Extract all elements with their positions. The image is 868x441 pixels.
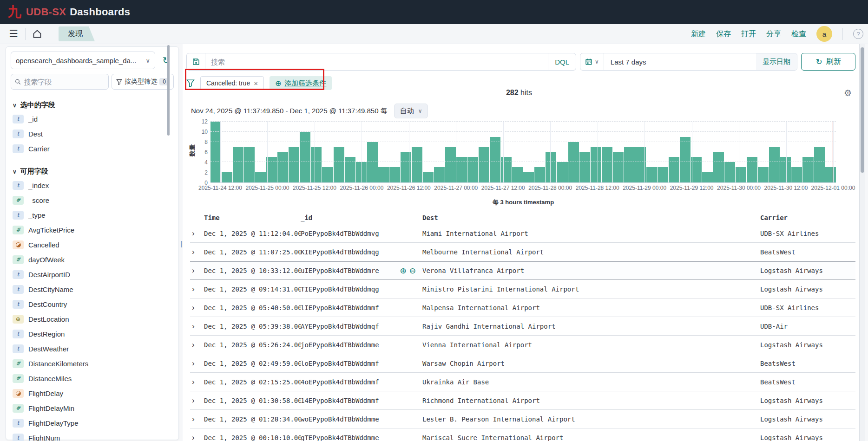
field-item-Carrier[interactable]: tCarrier [11, 141, 174, 156]
filter-by-type-button[interactable]: 按类型筛选 0 [112, 74, 174, 90]
histogram-bar[interactable] [233, 147, 243, 182]
histogram-bar[interactable] [591, 147, 601, 182]
sidebar-scrollbar[interactable] [167, 45, 170, 136]
time-range-value[interactable]: Last 7 days [604, 58, 756, 66]
home-icon[interactable] [30, 27, 44, 41]
histogram-bar[interactable] [490, 137, 500, 182]
table-row[interactable]: ›Dec 1, 2025 @ 00:10:10.000gTEPypoBk4dTB… [190, 428, 855, 441]
field-item-Dest[interactable]: tDest [11, 126, 174, 141]
search-input[interactable] [205, 58, 548, 66]
histogram-bar[interactable] [579, 152, 590, 183]
available-fields-header[interactable]: ∨ 可用字段 [13, 167, 174, 176]
histogram-bar[interactable] [724, 162, 735, 182]
histogram-bar[interactable] [769, 147, 780, 182]
field-item-AvgTicketPrice[interactable]: #AvgTicketPrice [11, 222, 174, 237]
scrollbar-thumb[interactable] [861, 47, 864, 173]
nav-action-open[interactable]: 打开 [741, 29, 756, 39]
histogram-bar[interactable] [669, 157, 679, 182]
field-item-_score[interactable]: #_score [11, 193, 174, 208]
expand-row-icon[interactable]: › [190, 415, 204, 424]
histogram-bar[interactable] [345, 157, 355, 182]
field-item-DestRegion[interactable]: tDestRegion [11, 326, 174, 341]
histogram-bar[interactable] [255, 172, 266, 182]
save-query-icon[interactable] [187, 53, 205, 70]
field-item-dayOfWeek[interactable]: #dayOfWeek [11, 252, 174, 267]
expand-row-icon[interactable]: › [190, 247, 204, 257]
histogram-bar[interactable] [758, 167, 769, 182]
field-item-_index[interactable]: t_index [11, 178, 174, 193]
histogram-bar[interactable] [356, 162, 367, 182]
window-scrollbar[interactable] [859, 44, 865, 441]
field-item-FlightDelay[interactable]: FlightDelay [11, 386, 174, 401]
gear-icon[interactable]: ⚙ [844, 88, 852, 98]
field-item-_id[interactable]: t_id [11, 111, 174, 126]
field-item-FlightDelayMin[interactable]: #FlightDelayMin [11, 401, 174, 415]
expand-row-icon[interactable]: › [190, 229, 204, 238]
table-row[interactable]: ›Dec 1, 2025 @ 01:28:34.000woEPypoBk4dTB… [190, 410, 855, 428]
field-item-DistanceMiles[interactable]: #DistanceMiles [11, 371, 174, 386]
histogram-bar[interactable] [658, 167, 668, 182]
table-row[interactable]: ›Dec 1, 2025 @ 05:40:50.000lIEPypoBk4dTB… [190, 298, 855, 317]
expand-row-icon[interactable]: › [190, 433, 204, 441]
histogram-bar[interactable] [557, 162, 567, 182]
histogram-bar[interactable] [322, 167, 333, 182]
field-item-_type[interactable]: t_type [11, 208, 174, 222]
histogram-bar[interactable] [300, 132, 310, 182]
expand-row-icon[interactable]: › [190, 396, 204, 405]
histogram-bar[interactable] [736, 167, 746, 182]
expand-row-icon[interactable]: › [190, 322, 204, 331]
filter-out-value-icon[interactable]: ⊖ [409, 266, 416, 276]
index-pattern-select[interactable]: opensearch_dashboards_sample_da... ∨ [11, 52, 155, 69]
help-icon[interactable]: ? [853, 29, 863, 39]
histogram-bar[interactable] [512, 167, 523, 182]
histogram-bar[interactable] [412, 147, 422, 182]
histogram-bar[interactable] [334, 147, 344, 182]
field-item-DestLocation[interactable]: ⊕DestLocation [11, 311, 174, 326]
query-language-button[interactable]: DQL [548, 53, 576, 70]
table-row[interactable]: ›Dec 1, 2025 @ 02:15:25.0004oEPypoBk4dTB… [190, 373, 855, 391]
histogram-bar[interactable] [501, 157, 512, 182]
selected-fields-header[interactable]: ∨ 选中的字段 [13, 101, 174, 110]
histogram-bar[interactable] [378, 167, 389, 182]
histogram-bar[interactable] [445, 147, 456, 182]
tab-discover[interactable]: 发现 [59, 26, 95, 41]
histogram-bar[interactable] [802, 157, 813, 182]
field-item-DistanceKilometers[interactable]: #DistanceKilometers [11, 356, 174, 371]
remove-filter-icon[interactable]: × [254, 79, 258, 87]
expand-row-icon[interactable]: › [190, 266, 204, 275]
expand-row-icon[interactable]: › [190, 285, 204, 294]
histogram-bar[interactable] [713, 152, 724, 183]
histogram-bar[interactable] [624, 147, 635, 182]
table-row[interactable]: ›Dec 1, 2025 @ 02:49:59.000loEPypoBk4dTB… [190, 354, 855, 373]
filter-for-value-icon[interactable]: ⊕ [400, 266, 407, 276]
histogram-bar[interactable] [680, 137, 690, 182]
column-header-id[interactable]: _id [301, 214, 422, 221]
histogram-bar[interactable] [602, 147, 612, 182]
histogram-bar[interactable] [401, 152, 411, 183]
field-item-DestAirportID[interactable]: tDestAirportID [11, 267, 174, 282]
column-header-Carrier[interactable]: Carrier [760, 214, 855, 221]
histogram-bar[interactable] [311, 147, 322, 182]
histogram-bar[interactable] [814, 147, 825, 182]
table-row[interactable]: ›Dec 1, 2025 @ 05:26:24.000joEPypoBk4dTB… [190, 336, 855, 354]
histogram-bar[interactable] [825, 167, 836, 182]
histogram-bar[interactable] [691, 157, 702, 182]
field-item-DestCityName[interactable]: tDestCityName [11, 282, 174, 297]
histogram-bar[interactable] [222, 172, 232, 182]
field-item-FlightDelayType[interactable]: tFlightDelayType [11, 415, 174, 430]
add-filter-button[interactable]: ⊕ 添加筛选条件 [270, 76, 332, 90]
histogram-bar[interactable] [456, 157, 467, 182]
table-row[interactable]: ›Dec 1, 2025 @ 10:33:12.000uIEPypoBk4dTB… [190, 261, 855, 280]
field-search-input[interactable] [24, 78, 105, 86]
histogram-bar[interactable] [423, 172, 434, 182]
nav-action-save[interactable]: 保存 [716, 29, 731, 39]
table-row[interactable]: ›Dec 1, 2025 @ 11:12:04.000PoEPypoBk4dTB… [190, 224, 855, 243]
refresh-button[interactable]: ↻ 刷新 [801, 53, 855, 71]
table-row[interactable]: ›Dec 1, 2025 @ 05:39:38.000AYEPypoBk4dTB… [190, 317, 855, 336]
histogram-bar[interactable] [747, 157, 757, 182]
histogram-bar[interactable] [210, 122, 221, 182]
nav-action-inspect[interactable]: 检查 [791, 29, 806, 39]
histogram-bar[interactable] [479, 147, 489, 182]
table-row[interactable]: ›Dec 1, 2025 @ 11:07:25.000KIEPypoBk4dTB… [190, 243, 855, 261]
field-item-DestWeather[interactable]: tDestWeather [11, 341, 174, 356]
